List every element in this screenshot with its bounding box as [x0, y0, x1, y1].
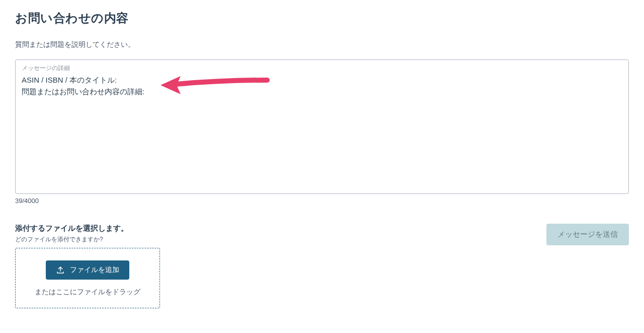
char-counter: 39/4000 [15, 197, 629, 205]
page-title: お問い合わせの内容 [15, 10, 629, 26]
attachment-section: 添付するファイルを選択します。 どのファイルを添付できますか? ファイルを追加 … [15, 224, 160, 308]
message-textarea[interactable] [22, 75, 622, 185]
send-message-button[interactable]: メッセージを送信 [546, 224, 629, 245]
upload-icon [56, 265, 65, 275]
add-file-button[interactable]: ファイルを追加 [46, 260, 129, 280]
instruction-text: 質問または問題を説明してください。 [15, 40, 629, 49]
drag-instruction: またはここにファイルをドラッグ [35, 288, 140, 297]
message-field-wrapper: メッセージの詳細 [15, 59, 629, 194]
attachment-title: 添付するファイルを選択します。 [15, 224, 160, 233]
message-label: メッセージの詳細 [22, 64, 622, 73]
add-file-label: ファイルを追加 [70, 265, 119, 275]
file-dropzone[interactable]: ファイルを追加 またはここにファイルをドラッグ [15, 248, 160, 308]
attachment-hint-link[interactable]: どのファイルを添付できますか? [15, 235, 160, 244]
